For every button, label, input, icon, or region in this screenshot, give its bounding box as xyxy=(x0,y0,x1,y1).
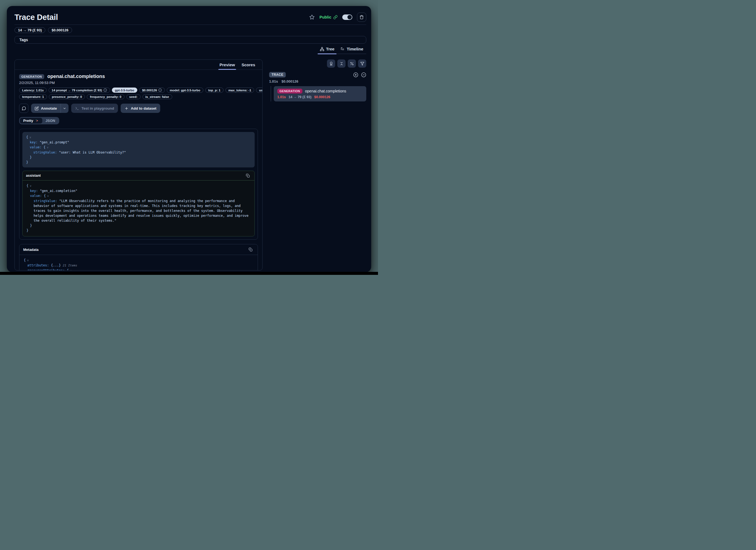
plus-circle-icon xyxy=(353,72,358,77)
tags-editor[interactable]: Tags xyxy=(14,36,366,44)
trace-root-row: TRACE xyxy=(269,72,366,77)
observation-title-row: GENERATION openai.chat.completions xyxy=(19,74,258,79)
badge-label: max_tokens: -1 xyxy=(228,89,251,92)
prompt-code-block: {∨key: "gen_ai.prompt"value: {∨stringVal… xyxy=(22,132,255,168)
observation-badge: model: gpt-3.5-turbo xyxy=(167,88,203,93)
content-row: Preview Scores GENERATION openai.chat.co… xyxy=(14,59,366,271)
window-bottom-shadow xyxy=(0,272,378,275)
delete-trace-button[interactable] xyxy=(357,13,366,22)
collapse-all-button[interactable] xyxy=(337,59,346,68)
scores-toggle-button[interactable] xyxy=(327,59,335,68)
tab-tree[interactable]: Tree xyxy=(317,46,338,54)
collapse-toggle-icon[interactable]: ∨ xyxy=(27,259,29,262)
link-icon xyxy=(333,15,338,19)
badge-label: presence_penalty: 0 xyxy=(52,95,82,98)
trace-duration: 1.01s xyxy=(269,79,278,83)
node-type-badge: GENERATION xyxy=(277,89,302,94)
toggle-knob xyxy=(347,15,352,19)
info-icon xyxy=(103,88,107,92)
copy-icon xyxy=(246,174,250,178)
comment-button[interactable] xyxy=(19,104,28,113)
code-token: { xyxy=(44,145,46,149)
tab-timeline[interactable]: Timeline xyxy=(337,46,366,54)
page-title: Trace Detail xyxy=(14,13,58,22)
code-token: key: xyxy=(30,141,40,144)
public-toggle[interactable] xyxy=(342,14,352,20)
expand-all-button[interactable] xyxy=(353,72,358,77)
copy-metadata-button[interactable] xyxy=(247,246,254,253)
code-line: {∨ xyxy=(26,135,251,140)
badge-label: temperature: 1 xyxy=(22,95,44,98)
copy-assistant-button[interactable] xyxy=(245,172,251,179)
collapse-toggle-icon[interactable]: ∨ xyxy=(29,136,31,139)
comment-bubble-icon xyxy=(22,106,26,111)
tree-zoom-controls xyxy=(353,72,366,77)
badge-label: gpt-3.5-turbo xyxy=(115,89,134,92)
code-token: { xyxy=(24,258,26,262)
tree-node-generation[interactable]: GENERATION openai.chat.completions 1.01s… xyxy=(274,86,366,101)
code-line: {∨ xyxy=(24,258,253,263)
topbar: Trace Detail Public xyxy=(14,6,366,22)
chevron-down-icon xyxy=(63,107,66,110)
token-count-badge: 14 → 79 (Σ 93) xyxy=(14,27,45,33)
view-tabs: Tree Timeline xyxy=(317,46,366,54)
node-duration: 1.01s xyxy=(277,95,286,99)
collapse-toggle-icon[interactable]: ∨ xyxy=(47,146,49,149)
format-pretty-option[interactable]: Pretty xyxy=(20,118,42,124)
trace-badge[interactable]: TRACE xyxy=(269,72,286,77)
collapse-toggle-icon[interactable]: ∨ xyxy=(47,195,49,198)
cost-badge: $0.000126 xyxy=(48,27,72,33)
award-icon xyxy=(329,62,333,66)
badge-label: top_p: 1 xyxy=(208,89,221,92)
public-share-link[interactable]: Public xyxy=(319,15,338,19)
sparkles-icon xyxy=(35,119,39,123)
observation-badge: Latency: 1.01s xyxy=(19,88,47,93)
code-token: { xyxy=(26,184,28,188)
code-line: } xyxy=(26,228,251,233)
assistant-header: assistant xyxy=(23,171,254,181)
info-icon-button[interactable] xyxy=(103,88,107,92)
info-icon-button[interactable] xyxy=(158,88,162,92)
terminal-icon xyxy=(75,106,79,111)
code-line: {∨ xyxy=(26,183,251,189)
observation-type-badge: GENERATION xyxy=(19,74,44,79)
annotate-button[interactable]: Annotate xyxy=(31,104,61,113)
code-token: stringValue: xyxy=(33,151,59,154)
format-json-option[interactable]: JSON xyxy=(42,118,58,124)
bookmark-star-button[interactable] xyxy=(309,14,315,20)
observation-badge: user: xyxy=(256,88,263,93)
observation-badge: is_stream: false xyxy=(142,94,172,99)
collapse-tree-button[interactable] xyxy=(361,72,366,77)
badge-row: Latency: 1.01s14 prompt → 79 completion … xyxy=(19,88,258,93)
collapse-toggle-icon[interactable]: ∨ xyxy=(30,184,31,187)
code-token: value: xyxy=(30,194,44,198)
code-line: } xyxy=(26,223,251,228)
trash-icon xyxy=(359,15,364,19)
topbar-controls: Public xyxy=(309,13,366,22)
tab-scores[interactable]: Scores xyxy=(238,62,258,70)
node-name: openai.chat.completions xyxy=(305,89,346,93)
code-line: key: "gen_ai.prompt" xyxy=(26,140,251,145)
test-in-playground-button[interactable]: Test in playground xyxy=(71,104,118,113)
trace-root-stats: 1.01s $0.000126 xyxy=(269,79,366,83)
add-to-dataset-button[interactable]: Add to dataset xyxy=(121,104,160,113)
code-token: "gen_ai.completion" xyxy=(40,189,77,193)
playground-label: Test in playground xyxy=(82,106,114,111)
trace-tree-panel: TRACE 1.01s $0.000126 xyxy=(269,59,366,101)
io-preview-card: {∨key: "gen_ai.prompt"value: {∨stringVal… xyxy=(19,129,258,240)
tab-preview[interactable]: Preview xyxy=(216,62,238,70)
code-line: resourceAttributes: {∨ xyxy=(24,268,253,271)
trace-stats-row: 14 → 79 (Σ 93) $0.000126 xyxy=(14,27,366,33)
metrics-toggle-button[interactable] xyxy=(348,59,356,68)
app-window: Trace Detail Public 14 → 79 (Σ 93) $0.00… xyxy=(7,6,371,272)
annotate-dropdown-button[interactable] xyxy=(61,104,69,113)
observation-badge: gpt-3.5-turbo xyxy=(112,88,137,93)
observation-badge: top_p: 1 xyxy=(205,88,224,93)
observation-badge: 14 prompt → 79 completion (Σ 93) xyxy=(49,88,110,93)
collapse-toggle-icon[interactable]: ∨ xyxy=(70,269,72,271)
percent-icon xyxy=(350,62,354,66)
metadata-header: Metadata xyxy=(19,244,258,255)
badge-label: 14 prompt → 79 completion (Σ 93) xyxy=(52,89,102,92)
filter-button[interactable] xyxy=(358,59,366,68)
badge-label: model: gpt-3.5-turbo xyxy=(170,89,200,92)
